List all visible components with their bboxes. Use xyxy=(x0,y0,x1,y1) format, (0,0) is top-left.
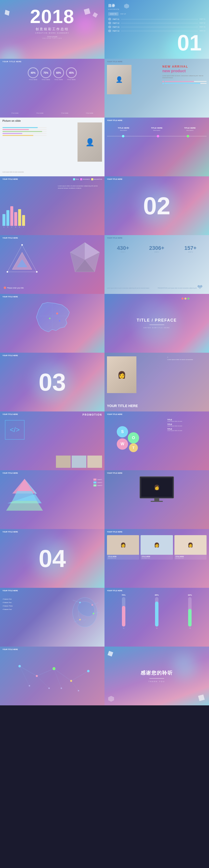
info-descs: Lorem ipsum dolor sit amet consectetur a… xyxy=(107,287,207,289)
barchart-text: Lorem ipsum dolor sit amet consectetur a… xyxy=(58,185,102,189)
product-desc: Lorem ipsum dolor sit amet, consectetur … xyxy=(162,75,207,79)
barchart-legend: TITLE PROGRESS DESCRIPTION xyxy=(73,178,102,180)
timeline-items: TITLE HERE description TITLE HERE descri… xyxy=(107,124,207,136)
slide-pyramid: YOUR TITLE HERE Level 1 xyxy=(0,470,105,529)
photo-person-icon: 👩 xyxy=(117,371,126,379)
bar-label-c: C xyxy=(11,226,12,228)
part-label-02: PART 02 xyxy=(112,22,120,24)
therm-lbl-2: T2 xyxy=(155,627,159,629)
svg-point-3 xyxy=(21,244,23,246)
stat-circle-4: 45% xyxy=(66,67,77,78)
stat-sublabel-3: TITLE NAME xyxy=(61,113,68,114)
therm-val-2: 85% xyxy=(155,594,159,596)
stat-item-4: 45% TITLE HERE xyxy=(66,67,77,80)
product-bar-2 xyxy=(162,83,207,84)
prog-fill-1 xyxy=(2,127,38,128)
hex-03 xyxy=(108,26,111,28)
part-line-3 xyxy=(121,27,198,27)
dot-red xyxy=(182,298,183,300)
svg-point-43 xyxy=(36,675,38,677)
pyr-lbl-3: Level 3 xyxy=(97,485,102,486)
brain-lbl-1: • Feature One xyxy=(2,598,13,600)
info-num-3: 157+ xyxy=(184,245,197,251)
swot-desc-s: TITLE Lorem ipsum dolor sit amet xyxy=(167,419,207,422)
therm-2: 85% T2 xyxy=(155,594,159,629)
prog-2 xyxy=(2,129,47,130)
card-3: 👩 TITLE HERE description text xyxy=(175,535,207,560)
timeline-row: TITLE HERE description TITLE HERE descri… xyxy=(107,127,207,131)
cards-title: YOUR TITLE HERE xyxy=(107,531,123,533)
prog-fill-4 xyxy=(2,133,22,134)
cube-ty-2 xyxy=(198,694,205,701)
network-title: YOUR TITLE HERE xyxy=(2,649,18,650)
svg-point-19 xyxy=(59,320,60,321)
bar-dot xyxy=(162,81,164,82)
map-svg xyxy=(28,299,77,338)
brain-lbl-2: • Feature Two xyxy=(2,602,13,603)
info-stat-3: 157+ STAT 3 xyxy=(184,245,197,253)
card-2: 👩 TITLE HERE description text xyxy=(140,535,173,560)
swot-o: O xyxy=(128,432,139,443)
tl-dot-3 xyxy=(187,135,189,137)
slide-brain: YOUR TITLE HERE xyxy=(0,588,105,647)
stat-item-1: 40% TITLE HERE xyxy=(28,67,38,80)
svg-point-5 xyxy=(36,271,37,273)
slide13-title: YOUR TITLE HERE xyxy=(2,354,18,356)
slide-product: YOUR TITLE HERE 👤 NEW ARRIVAL new produc… xyxy=(105,59,209,118)
swot-w-text: Lorem ipsum dolor sit amet xyxy=(167,425,207,427)
tl-desc-2: description xyxy=(151,130,163,131)
triangle-title: YOUR TITLE HERE xyxy=(2,237,18,239)
slide-number-02: 02 YOUR TITLE HERE xyxy=(105,176,209,235)
bar-fill xyxy=(165,81,194,82)
svg-line-37 xyxy=(71,671,88,681)
slide-swot: YOUR TITLE HERE S W O T TITLE Lorem ipsu… xyxy=(105,411,209,470)
prog-bg-2 xyxy=(2,129,47,130)
pyramid-svg xyxy=(2,476,47,518)
legend-dot-3 xyxy=(91,178,93,180)
preface-line xyxy=(149,324,164,325)
pyramid-legend: Level 1 Level 2 Level 3 xyxy=(94,477,102,487)
preface-title: TITLE / PREFACE xyxy=(137,318,177,322)
bar-group-a: A xyxy=(2,214,5,228)
prog-bg-4 xyxy=(2,133,47,134)
swot-o-text: Lorem ipsum dolor sit amet xyxy=(167,430,207,431)
card-desc-1: description text xyxy=(108,557,138,559)
swot-o-label: TITLE xyxy=(167,428,207,430)
hex-deco xyxy=(124,4,129,8)
svg-line-36 xyxy=(54,669,71,681)
swot-t: T xyxy=(129,443,138,452)
card-photo-2: 👩 xyxy=(140,535,173,555)
prog-1 xyxy=(2,127,47,128)
svg-line-39 xyxy=(37,676,49,688)
slides-container: 2018 创意炫彩工作总结 CREATIVE WORK SUMMARY Some… xyxy=(0,0,209,705)
pyr-leg-1: Level 1 xyxy=(94,478,102,480)
picture-footer: Lorem ipsum dolor sit amet consectetur xyxy=(2,171,24,173)
svg-line-41 xyxy=(71,681,78,691)
number-04: 04 xyxy=(38,546,66,571)
brain-svg-container xyxy=(58,593,102,634)
hex-ty xyxy=(108,696,114,702)
slide-triangle: YOUR TITLE HERE xyxy=(0,235,105,294)
slide-bar-chart: YOUR TITLE HERE TITLE PROGRESS DESCRIPTI… xyxy=(0,176,105,235)
monitor-title: YOUR TITLE HERE xyxy=(107,472,123,474)
thankyou-title: 感谢您的聆听 xyxy=(140,670,173,676)
bar-group-c: C xyxy=(10,206,13,228)
crystal-deco xyxy=(68,240,102,280)
svg-point-50 xyxy=(78,690,79,691)
legend-label-1: TITLE xyxy=(76,179,79,180)
slide19-title: YOUR TITLE HERE xyxy=(2,531,18,533)
hex-02 xyxy=(108,22,111,25)
monitor-screen: 👩 xyxy=(139,476,174,498)
swot-w: W xyxy=(117,438,128,450)
stat-item-2: 75% TITLE HERE xyxy=(41,67,51,80)
swot-diagram: S W O T xyxy=(109,419,149,458)
dot-green xyxy=(187,298,189,300)
tl-desc-3: description xyxy=(184,130,196,131)
card-person-2: 👩 xyxy=(154,542,159,548)
triangle-svg xyxy=(5,243,39,274)
svg-point-49 xyxy=(60,687,62,689)
prog-fill-3 xyxy=(2,131,42,132)
part-desc: PART 01 xyxy=(200,19,205,20)
bar-c xyxy=(10,206,13,226)
photo-title-text: e Lorem ipsum dolor sit amet consectetur xyxy=(167,356,207,360)
